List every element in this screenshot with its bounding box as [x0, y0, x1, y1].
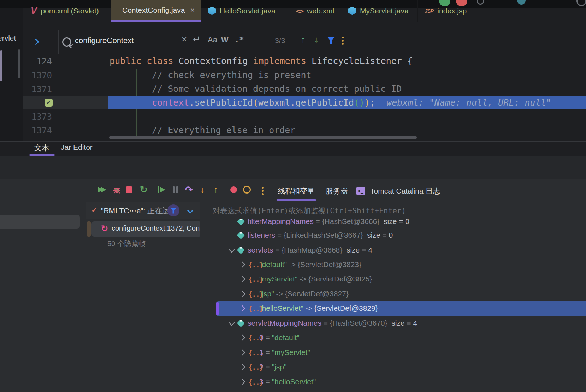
tool-window-handle[interactable] [0, 50, 2, 81]
frame-label[interactable]: configureContext:1372, ContextC [112, 224, 200, 232]
code-line-1372[interactable]: context.setPublicId(webxml.getPublicId()… [152, 97, 551, 108]
variable-row[interactable]: {..} 2 = "jsp" [200, 360, 586, 375]
xml-icon: <> [296, 7, 303, 15]
field-icon [237, 219, 245, 225]
variable-row[interactable]: {..} 3 = "helloServlet" [200, 375, 586, 390]
java-class-icon [348, 7, 356, 15]
variable-row[interactable]: {..} "myServlet" -> {ServletDef@3825} [200, 272, 586, 287]
evaluate-expression-input[interactable]: 对表达式求值(Enter)或添加监视(Ctrl+Shift+Enter) [200, 202, 586, 220]
variable-row-selected[interactable]: {..} "helloServlet" -> {ServletDef@3829} [200, 301, 586, 316]
variable-row[interactable]: {..} "default" -> {ServletDef@3823} [200, 257, 586, 272]
thread-selector[interactable]: ✓ "RMI TC⋯e": 正在运行 [86, 202, 200, 220]
close-tab-icon[interactable]: × [190, 6, 195, 15]
field-icon [237, 246, 245, 254]
line-number[interactable]: 124 [23, 57, 52, 66]
user-avatar-icon[interactable] [517, 0, 526, 5]
java-class-icon [208, 7, 216, 15]
chevron-right-icon[interactable] [239, 291, 245, 297]
code-line-1371[interactable]: // Some validation depends on correct pu… [152, 84, 402, 94]
step-out-button[interactable]: ↑ [211, 185, 220, 194]
step-into-button[interactable]: ↓ [198, 185, 207, 194]
match-case-button[interactable]: Aa [208, 35, 217, 44]
console-icon: >_ [356, 186, 365, 195]
show-execution-point-button[interactable] [157, 185, 166, 194]
hidden-frames-label[interactable]: 50 个隐藏帧 [107, 239, 146, 249]
view-breakpoints-button[interactable] [229, 185, 238, 194]
chevron-right-icon[interactable] [239, 350, 245, 356]
tab-text[interactable]: 文本 [34, 143, 49, 153]
tab-threads-variables[interactable]: 线程和变量 [278, 186, 315, 196]
thread-filter-icon[interactable] [167, 204, 179, 216]
code-line-1374[interactable]: // Everything else in order [152, 125, 295, 135]
whole-words-button[interactable]: W [221, 35, 229, 44]
panel-gap [0, 156, 586, 179]
code-line-124[interactable]: public class ContextConfig implements Li… [109, 56, 413, 66]
left-panel-selection[interactable] [0, 215, 80, 229]
horizontal-scrollbar[interactable] [109, 136, 417, 139]
jsp-icon: JSP [425, 8, 433, 14]
chevron-right-icon[interactable] [239, 262, 245, 268]
toolbar-separator [152, 186, 152, 194]
execution-frame-icon: ↻ [101, 224, 108, 233]
tab-jar-editor[interactable]: Jar Editor [61, 143, 93, 152]
chevron-right-icon[interactable] [239, 335, 245, 341]
maven-icon: V [31, 5, 37, 16]
bell-icon[interactable] [477, 0, 484, 5]
search-input[interactable]: configureContext [75, 36, 134, 45]
chevron-right-icon[interactable] [239, 379, 245, 385]
tab-pom-xml[interactable]: V pom.xml (Servlet) [24, 0, 111, 22]
rerun-button[interactable]: ↻ [139, 185, 148, 194]
variable-row[interactable]: servlets = {HashMap@3668} size = 4 [200, 243, 586, 258]
next-match-icon[interactable]: ↓ [314, 35, 319, 44]
resume-program-button[interactable] [97, 185, 107, 194]
variables-tree: filterMappingNames = {HashSet@3666} size… [200, 219, 586, 392]
tab-label: index.jsp [437, 7, 467, 15]
frame-marker [87, 221, 91, 237]
vertical-scrollbar[interactable] [18, 49, 20, 78]
thread-name: "RMI TC⋯e": 正在运行 [101, 206, 177, 216]
previous-match-icon[interactable]: ↑ [301, 35, 305, 44]
line-number[interactable]: 1373 [23, 112, 52, 122]
variable-row[interactable]: servletMappingNames = {HashSet@3670} siz… [200, 316, 586, 331]
tab-myservlet-java[interactable]: MyServlet.java [341, 0, 418, 22]
variable-row[interactable]: {..} "jsp" -> {ServletDef@3827} [200, 287, 586, 302]
code-line-1370[interactable]: // check everything is present [152, 70, 312, 80]
clear-search-icon[interactable]: × [182, 34, 187, 45]
line-number[interactable]: 1371 [23, 84, 52, 94]
variable-row[interactable]: {..} 1 = "myServlet" [200, 345, 586, 360]
tab-web-xml[interactable]: <> web.xml [289, 0, 341, 22]
tab-label: HelloServlet.java [220, 7, 276, 15]
line-number[interactable]: 1374 [23, 126, 52, 136]
step-over-button[interactable]: ↷ [184, 185, 194, 194]
debug-bug-icon[interactable] [112, 185, 122, 194]
chevron-down-icon[interactable] [229, 320, 235, 326]
tab-label: web.xml [307, 7, 334, 15]
thread-dropdown-chevron-icon[interactable] [187, 207, 193, 213]
regex-button[interactable]: .* [235, 35, 244, 44]
breakpoint-checkbox-icon[interactable]: ✓ [45, 99, 53, 107]
gear-icon[interactable] [576, 0, 586, 6]
search-match-counter: 3/3 [275, 36, 285, 45]
chevron-down-icon[interactable] [229, 247, 235, 253]
tab-tomcat-catalina-log[interactable]: Tomcat Catalina 日志 [370, 186, 440, 196]
variable-row[interactable]: {..} 0 = "default" [200, 331, 586, 345]
variable-row[interactable]: filterMappingNames = {HashSet@3666} size… [200, 219, 586, 229]
mute-breakpoints-button[interactable] [242, 185, 251, 194]
search-more-icon[interactable] [342, 37, 344, 45]
pause-button[interactable] [171, 185, 180, 194]
newline-icon[interactable]: ↵ [193, 34, 201, 45]
tab-label: ContextConfig.java [122, 6, 185, 14]
tab-helloservlet-java[interactable]: HelloServlet.java [201, 0, 289, 22]
chevron-right-icon[interactable] [239, 276, 245, 282]
variable-row[interactable]: listeners = {LinkedHashSet@3667} size = … [200, 228, 586, 243]
selection-bar [216, 302, 219, 315]
stop-button[interactable] [124, 185, 134, 194]
debug-more-icon[interactable] [258, 186, 267, 195]
tab-index-jsp[interactable]: JSP index.jsp [418, 0, 463, 22]
divider [58, 30, 59, 54]
tab-contextconfig-java[interactable]: ContextConfig.java × [111, 0, 201, 22]
toolbar-separator [224, 186, 224, 194]
chevron-right-icon[interactable] [239, 364, 245, 370]
line-number[interactable]: 1370 [23, 71, 52, 81]
tab-server[interactable]: 服务器 [326, 186, 348, 196]
